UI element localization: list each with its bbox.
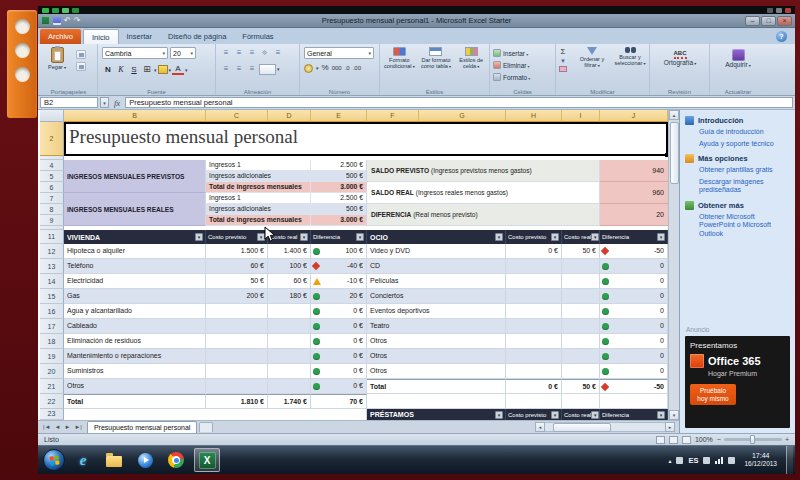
cell[interactable] <box>206 334 268 349</box>
align-center-icon[interactable] <box>233 63 245 75</box>
scroll-right-icon[interactable] <box>665 422 675 432</box>
select-all-corner[interactable] <box>40 110 64 122</box>
cell[interactable] <box>206 349 268 364</box>
align-right-icon[interactable] <box>246 63 258 75</box>
cell-b2-title[interactable]: Presupuesto mensual personal <box>64 122 668 156</box>
remote-window-icon[interactable] <box>776 8 782 13</box>
cell[interactable]: 60 € <box>206 259 268 274</box>
cell[interactable] <box>367 394 506 409</box>
cell[interactable]: Otros <box>367 334 506 349</box>
cell[interactable] <box>506 289 562 304</box>
filter-dropdown-icon[interactable] <box>657 233 665 241</box>
cell[interactable]: -40 € <box>311 259 367 274</box>
table-header-costo-real[interactable]: Costo real <box>562 409 600 420</box>
cell[interactable]: Teléfono <box>64 259 206 274</box>
number-format-select[interactable]: General <box>304 47 374 59</box>
remote-tool-icon[interactable] <box>42 8 49 13</box>
cell[interactable] <box>562 364 600 379</box>
cell[interactable] <box>562 259 600 274</box>
underline-button[interactable]: S <box>128 63 140 76</box>
autosum-icon[interactable]: Σ <box>561 48 566 56</box>
cell[interactable]: Teatro <box>367 319 506 334</box>
name-box-dropdown-icon[interactable] <box>100 97 109 108</box>
try-now-button[interactable]: Pruébalo hoy mismo <box>690 384 736 405</box>
table-header-diferencia[interactable]: Diferencia <box>311 230 367 244</box>
device-button[interactable] <box>15 19 30 34</box>
row-header[interactable]: 19 <box>40 349 64 364</box>
sheet-tab-active[interactable]: Presupuesto mensual personal <box>87 421 198 433</box>
scrollbar-thumb[interactable] <box>553 423 611 432</box>
tray-app-icon[interactable] <box>676 457 683 464</box>
italic-button[interactable]: K <box>115 63 127 76</box>
cell[interactable]: Cableado <box>64 319 206 334</box>
cell[interactable]: 0 € <box>311 334 367 349</box>
cell[interactable]: 500 € <box>311 171 367 182</box>
cell-styles-button[interactable]: Estilos de celda <box>455 47 487 95</box>
cell[interactable]: Eventos deportivos <box>367 304 506 319</box>
table-header-costo-real[interactable]: Costo real <box>268 230 311 244</box>
cell[interactable]: 0 € <box>506 244 562 259</box>
row-header[interactable]: 11 <box>40 230 64 244</box>
zoom-slider[interactable]: − + <box>717 436 789 444</box>
tab-archivo[interactable]: Archivo <box>40 29 81 44</box>
cell[interactable]: Ingresos 1 <box>206 193 311 204</box>
cell[interactable]: 3.000 € <box>311 182 367 193</box>
maximize-button[interactable] <box>761 16 776 26</box>
column-header[interactable]: J <box>600 110 668 122</box>
find-select-button[interactable]: Buscar y seleccionar <box>612 47 648 67</box>
row-header[interactable]: 8 <box>40 204 64 215</box>
row-header[interactable]: 23 <box>40 409 64 420</box>
cell[interactable]: Hipoteca o alquiler <box>64 244 206 259</box>
cell[interactable]: Otros <box>367 364 506 379</box>
cell[interactable] <box>268 364 311 379</box>
cell[interactable]: 500 € <box>311 204 367 215</box>
cell[interactable]: 1.500 € <box>206 244 268 259</box>
taskbar-media-player-icon[interactable] <box>132 448 158 472</box>
cell[interactable]: 0 € <box>311 364 367 379</box>
cell[interactable] <box>506 349 562 364</box>
cell[interactable]: Suministros <box>64 364 206 379</box>
zoom-in-icon[interactable]: + <box>785 436 789 444</box>
cell[interactable]: 960 <box>600 182 668 204</box>
filter-dropdown-icon[interactable] <box>551 411 559 419</box>
cell[interactable] <box>562 289 600 304</box>
cell[interactable] <box>600 394 668 409</box>
cell[interactable]: -50 <box>600 244 668 259</box>
cell[interactable] <box>562 319 600 334</box>
wrap-text-icon[interactable] <box>272 47 284 59</box>
taskbar-explorer-icon[interactable] <box>101 448 127 472</box>
cell[interactable]: 0 <box>600 319 668 334</box>
filter-dropdown-icon[interactable] <box>551 233 559 241</box>
cell[interactable] <box>506 394 562 409</box>
cell[interactable]: 200 € <box>206 289 268 304</box>
cell[interactable]: DIFERENCIA (Real menos previsto) <box>367 204 600 226</box>
vertical-scrollbar[interactable] <box>668 110 679 420</box>
cell[interactable] <box>268 334 311 349</box>
column-header[interactable]: H <box>506 110 562 122</box>
cell[interactable] <box>268 304 311 319</box>
cell[interactable] <box>206 379 268 394</box>
cell[interactable]: Electricidad <box>64 274 206 289</box>
column-header[interactable]: E <box>311 110 367 122</box>
cell[interactable]: 100 € <box>268 259 311 274</box>
cell[interactable]: Conciertos <box>367 289 506 304</box>
cell[interactable]: 0 € <box>311 319 367 334</box>
redo-icon[interactable]: ↷ <box>74 16 81 25</box>
cell[interactable]: 1.740 € <box>268 394 311 409</box>
help-icon[interactable] <box>776 31 787 42</box>
cell[interactable]: 50 € <box>562 379 600 394</box>
table-header-costo-previsto[interactable]: Costo previsto <box>506 409 562 420</box>
delete-cells-button[interactable]: Eliminar <box>490 59 555 71</box>
name-box[interactable]: B2 <box>40 97 98 108</box>
copy-icon[interactable] <box>76 62 86 71</box>
empty-cells[interactable] <box>64 409 367 420</box>
cell[interactable]: 0 <box>600 259 668 274</box>
row-header[interactable]: 21 <box>40 379 64 394</box>
column-header[interactable]: F <box>367 110 419 122</box>
cell[interactable]: 100 € <box>311 244 367 259</box>
sort-filter-button[interactable]: Ordenar y filtrar <box>573 47 611 69</box>
column-header[interactable]: I <box>562 110 600 122</box>
conditional-format-button[interactable]: Formato condicional <box>382 47 417 95</box>
help-link[interactable]: Ayuda y soporte técnico <box>699 140 790 149</box>
cell[interactable]: 0 <box>600 349 668 364</box>
